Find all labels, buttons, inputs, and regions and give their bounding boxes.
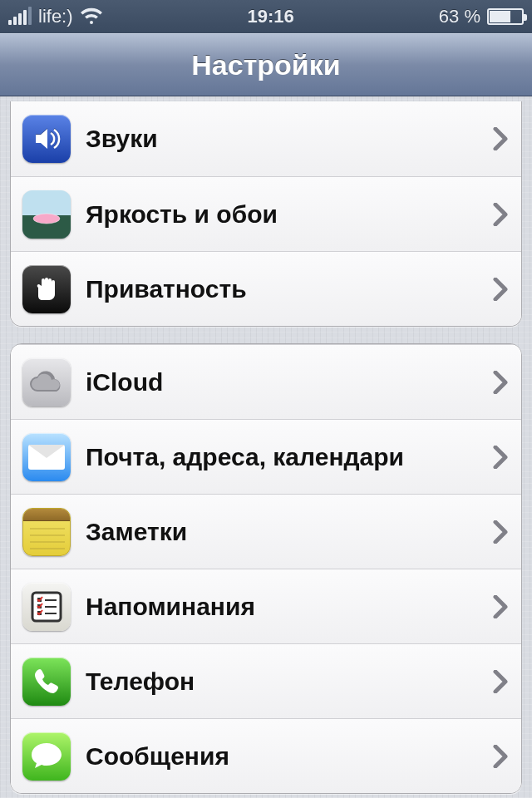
status-left: life:) bbox=[8, 6, 103, 27]
settings-group-accounts: iCloud Почта, адреса, календари Заметки … bbox=[10, 343, 522, 794]
chevron-right-icon bbox=[493, 446, 508, 469]
row-label: Приватность bbox=[86, 275, 493, 303]
phone-icon bbox=[22, 658, 71, 706]
sound-icon bbox=[22, 115, 71, 163]
signal-bars-icon bbox=[8, 8, 32, 25]
settings-row-sounds[interactable]: Звуки bbox=[11, 101, 521, 176]
settings-scroll-area[interactable]: Звуки Яркость и обои Приватность bbox=[0, 96, 532, 798]
settings-row-brightness-wallpaper[interactable]: Яркость и обои bbox=[11, 176, 521, 251]
row-label: Заметки bbox=[86, 518, 493, 546]
status-time: 19:16 bbox=[248, 6, 294, 27]
row-label: Сообщения bbox=[86, 742, 493, 771]
wallpaper-icon bbox=[22, 190, 71, 239]
notes-icon bbox=[22, 508, 71, 556]
settings-row-privacy[interactable]: Приватность bbox=[11, 251, 521, 326]
page-title: Настройки bbox=[191, 49, 340, 81]
chevron-right-icon bbox=[493, 127, 508, 150]
chevron-right-icon bbox=[493, 670, 508, 693]
settings-row-messages[interactable]: Сообщения bbox=[11, 718, 521, 793]
settings-row-mail-contacts-calendars[interactable]: Почта, адреса, календари bbox=[11, 419, 521, 494]
carrier-label: life:) bbox=[38, 6, 73, 27]
row-label: Почта, адреса, календари bbox=[86, 443, 493, 471]
chevron-right-icon bbox=[493, 203, 508, 226]
settings-row-phone[interactable]: Телефон bbox=[11, 643, 521, 718]
nav-bar: Настройки bbox=[0, 33, 532, 96]
row-label: Яркость и обои bbox=[86, 200, 493, 229]
status-bar: life:) 19:16 63 % bbox=[0, 0, 532, 33]
icloud-icon bbox=[22, 358, 71, 406]
status-right: 63 % bbox=[439, 6, 524, 27]
chevron-right-icon bbox=[493, 371, 508, 394]
row-label: iCloud bbox=[86, 368, 493, 397]
messages-icon bbox=[22, 732, 71, 781]
reminders-icon bbox=[22, 583, 71, 631]
row-label: Напоминания bbox=[86, 593, 493, 621]
battery-icon bbox=[487, 8, 524, 25]
settings-group-general: Звуки Яркость и обои Приватность bbox=[10, 101, 522, 327]
row-label: Телефон bbox=[86, 667, 493, 696]
settings-row-reminders[interactable]: Напоминания bbox=[11, 569, 521, 643]
row-label: Звуки bbox=[86, 125, 493, 153]
mail-icon bbox=[22, 433, 71, 481]
svg-rect-0 bbox=[22, 190, 71, 215]
chevron-right-icon bbox=[493, 520, 508, 544]
settings-row-icloud[interactable]: iCloud bbox=[11, 344, 521, 419]
chevron-right-icon bbox=[493, 278, 508, 301]
chevron-right-icon bbox=[493, 745, 508, 768]
wifi-icon bbox=[80, 7, 103, 26]
battery-percent-label: 63 % bbox=[439, 6, 480, 27]
settings-row-notes[interactable]: Заметки bbox=[11, 494, 521, 569]
privacy-icon bbox=[22, 265, 71, 313]
chevron-right-icon bbox=[493, 595, 508, 618]
